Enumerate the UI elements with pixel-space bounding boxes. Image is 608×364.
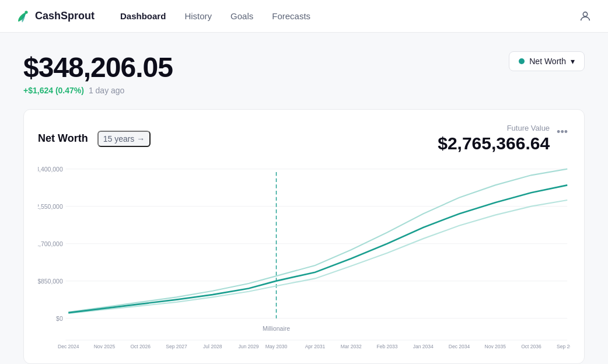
svg-text:Millionaire: Millionaire	[263, 324, 290, 332]
svg-text:$2,550,000: $2,550,000	[38, 202, 63, 210]
svg-text:Nov 2025: Nov 2025	[94, 343, 116, 349]
dropdown-dot	[519, 58, 525, 64]
svg-text:Jul 2028: Jul 2028	[203, 343, 222, 349]
years-label: 15 years →	[103, 134, 145, 144]
nav-dashboard[interactable]: Dashboard	[113, 6, 173, 26]
nav-forecasts[interactable]: Forecasts	[265, 6, 317, 26]
svg-text:Apr 2031: Apr 2031	[305, 343, 326, 349]
net-worth-value: $348,206.05	[23, 51, 173, 83]
logo[interactable]: CashSprout	[14, 8, 95, 24]
svg-text:$850,000: $850,000	[38, 277, 63, 285]
net-worth-change: +$1,624 (0.47%) 1 day ago	[23, 86, 173, 95]
svg-text:$1,700,000: $1,700,000	[38, 240, 63, 247]
net-worth-dropdown[interactable]: Net Worth ▾	[509, 51, 585, 71]
chart-title: Net Worth	[38, 132, 88, 145]
svg-text:Sep 2039: Sep 2039	[557, 343, 570, 349]
svg-text:$0: $0	[56, 314, 63, 322]
dropdown-label: Net Worth	[529, 57, 566, 66]
future-value-amount: $2,765,366.64	[438, 134, 550, 153]
more-options-button[interactable]: •••	[554, 124, 570, 141]
person-icon	[579, 10, 592, 23]
forecast-chart: $3,400,000 $2,550,000 $1,700,000 $850,00…	[38, 163, 570, 349]
svg-text:Nov 2035: Nov 2035	[484, 343, 506, 349]
svg-text:Mar 2032: Mar 2032	[341, 343, 362, 349]
main-nav: Dashboard History Goals Forecasts	[113, 6, 558, 26]
change-time: 1 day ago	[89, 86, 125, 95]
main-content: $348,206.05 +$1,624 (0.47%) 1 day ago Ne…	[0, 33, 608, 364]
future-value-label: Future Value	[438, 124, 550, 132]
svg-text:Jun 2029: Jun 2029	[238, 343, 258, 349]
svg-text:Oct 2026: Oct 2026	[130, 343, 151, 349]
app-header: CashSprout Dashboard History Goals Forec…	[0, 0, 608, 33]
app-logo-icon	[14, 8, 30, 24]
svg-point-0	[25, 10, 27, 13]
chart-title-area: Net Worth 15 years →	[38, 131, 151, 147]
years-button[interactable]: 15 years →	[97, 131, 151, 147]
svg-text:Oct 2036: Oct 2036	[521, 343, 541, 349]
change-amount: +$1,624 (0.47%)	[23, 86, 84, 95]
svg-point-1	[583, 12, 587, 16]
svg-text:Dec 2034: Dec 2034	[449, 343, 470, 349]
svg-text:Dec 2024: Dec 2024	[58, 343, 79, 349]
svg-text:Feb 2033: Feb 2033	[376, 343, 397, 349]
nav-history[interactable]: History	[177, 6, 219, 26]
chart-container: $3,400,000 $2,550,000 $1,700,000 $850,00…	[38, 163, 570, 349]
net-worth-header: $348,206.05 +$1,624 (0.47%) 1 day ago Ne…	[23, 51, 585, 95]
nav-goals[interactable]: Goals	[223, 6, 260, 26]
chevron-down-icon: ▾	[571, 57, 575, 66]
chart-card-header: Net Worth 15 years → Future Value $2,765…	[38, 124, 570, 153]
svg-text:May 2030: May 2030	[265, 343, 288, 349]
chart-card: Net Worth 15 years → Future Value $2,765…	[23, 109, 585, 364]
future-value-top: Future Value $2,765,366.64 •••	[438, 124, 570, 153]
svg-text:$3,400,000: $3,400,000	[38, 165, 63, 173]
svg-text:Jan 2034: Jan 2034	[413, 343, 434, 349]
user-profile-icon[interactable]	[576, 8, 594, 25]
future-value-area: Future Value $2,765,366.64	[438, 124, 550, 153]
net-worth-left: $348,206.05 +$1,624 (0.47%) 1 day ago	[23, 51, 173, 95]
svg-text:Sep 2027: Sep 2027	[166, 343, 187, 349]
